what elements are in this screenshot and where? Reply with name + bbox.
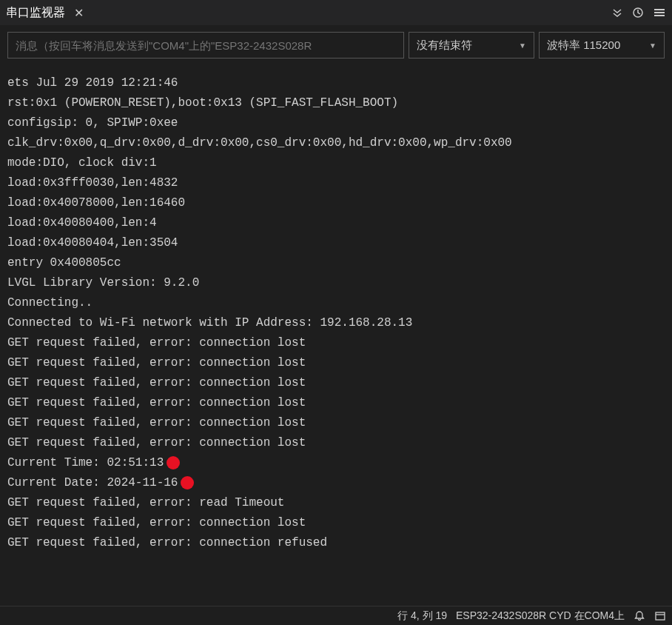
cursor-position[interactable]: 行 4, 列 19 [397,609,447,623]
annotation-dot-icon [167,456,180,469]
console-line: GET request failed, error: connection lo… [7,353,665,373]
console-line: Connecting.. [7,293,665,313]
line-ending-label: 没有结束符 [417,39,472,53]
console-line: GET request failed, error: connection lo… [7,433,665,453]
console-line: load:0x40078000,len:16460 [7,193,665,213]
console-line: GET request failed, error: connection lo… [7,333,665,353]
console-line: clk_drv:0x00,q_drv:0x00,d_drv:0x00,cs0_d… [7,133,665,153]
chevron-down-double-icon[interactable] [611,7,623,19]
chevron-down-icon: ▼ [649,41,656,50]
baud-rate-dropdown[interactable]: 波特率 115200 ▼ [539,32,665,59]
console-line: ets Jul 29 2019 12:21:46 [7,73,665,93]
console-output[interactable]: ets Jul 29 2019 12:21:46rst:0x1 (POWERON… [0,64,672,606]
console-line: Connected to Wi-Fi network with IP Addre… [7,313,665,333]
console-line: GET request failed, error: connection lo… [7,413,665,433]
bell-icon[interactable] [634,610,645,622]
titlebar-left: 串口监视器 ✕ [6,5,87,21]
console-line: entry 0x400805cc [7,253,665,273]
menu-icon[interactable] [653,7,666,19]
console-line: load:0x40080400,len:4 [7,213,665,233]
toolbar: 没有结束符 ▼ 波特率 115200 ▼ [0,26,672,64]
titlebar-right [611,7,666,19]
console-line: rst:0x1 (POWERON_RESET),boot:0x13 (SPI_F… [7,93,665,113]
device-info[interactable]: ESP32-2432S028R CYD 在COM4上 [456,609,625,623]
console-line: LVGL Library Version: 9.2.0 [7,273,665,293]
console-line: mode:DIO, clock div:1 [7,153,665,173]
clock-icon[interactable] [632,7,644,19]
console-line: GET request failed, error: read Timeout [7,493,665,513]
console-line: GET request failed, error: connection re… [7,533,665,553]
console-line: Current Time: 02:51:13 [7,453,665,473]
close-icon[interactable]: ✕ [71,6,87,20]
console-line: GET request failed, error: connection lo… [7,393,665,413]
console-line: configsip: 0, SPIWP:0xee [7,113,665,133]
console-line: load:0x3fff0030,len:4832 [7,173,665,193]
chevron-down-icon: ▼ [519,41,526,50]
baud-rate-label: 波特率 115200 [547,39,620,53]
line-ending-dropdown[interactable]: 没有结束符 ▼ [409,32,534,59]
titlebar: 串口监视器 ✕ [0,0,672,26]
annotation-dot-icon [181,476,194,489]
panel-title: 串口监视器 [6,5,65,21]
statusbar: 行 4, 列 19 ESP32-2432S028R CYD 在COM4上 [0,606,672,625]
console-line: GET request failed, error: connection lo… [7,373,665,393]
console-line: GET request failed, error: connection lo… [7,513,665,533]
console-line: Current Date: 2024-11-16 [7,473,665,493]
message-input[interactable] [7,32,404,59]
console-line: load:0x40080404,len:3504 [7,233,665,253]
svg-rect-1 [656,612,665,620]
window-icon[interactable] [654,610,666,622]
